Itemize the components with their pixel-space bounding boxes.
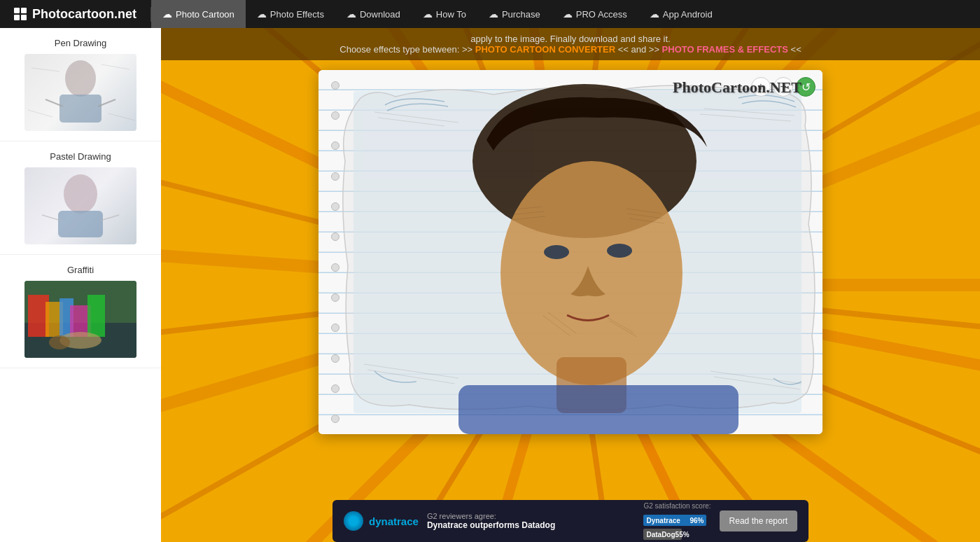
- nav-item-photo-cartoon[interactable]: ☁ Photo Cartoon: [151, 0, 246, 28]
- nav-item-purchase[interactable]: ☁ Purchase: [477, 0, 552, 28]
- svg-rect-1: [59, 95, 102, 123]
- dynatrace-score-value: 96%: [690, 517, 704, 524]
- dynatrace-score-label: Dynatrace: [646, 517, 680, 524]
- image-canvas: + − ↺ PhotoCartoon.N: [318, 70, 822, 434]
- how-to-icon: ☁: [423, 8, 433, 20]
- photo-cartoon-icon: ☁: [162, 8, 172, 20]
- svg-point-50: [500, 161, 682, 385]
- ad-headline: G2 reviewers agree:: [427, 512, 636, 520]
- info-bar: apply to the image. Finally download and…: [161, 28, 980, 60]
- info-text: apply to the image. Finally download and…: [470, 34, 670, 44]
- nav-item-photo-effects[interactable]: ☁ Photo Effects: [246, 0, 335, 28]
- svg-point-54: [607, 244, 632, 258]
- ad-scores: G2 satisfaction score: Dynatrace 96% Dat…: [643, 502, 710, 540]
- logo[interactable]: Photocartoon.net: [0, 7, 151, 22]
- sidebar-item-graffiti[interactable]: Graffiti: [0, 255, 161, 368]
- datadog-score-fill: DataDog 55%: [643, 529, 682, 540]
- effects-end: <<: [791, 44, 802, 55]
- logo-grid-icon: [14, 8, 27, 20]
- pro-access-icon: ☁: [563, 8, 573, 20]
- sidebar-item-pastel-drawing[interactable]: Pastel Drawing: [0, 141, 161, 255]
- svg-point-20: [49, 335, 70, 349]
- photo-effects-icon: ☁: [257, 8, 267, 20]
- dynatrace-score-fill: Dynatrace 96%: [643, 515, 706, 526]
- svg-line-10: [42, 215, 61, 221]
- dynatrace-logo: dynatrace: [344, 511, 419, 531]
- datadog-score-bar: DataDog 55%: [643, 529, 710, 540]
- purchase-icon: ☁: [489, 8, 498, 20]
- datadog-score-value: 55%: [676, 531, 690, 538]
- svg-line-5: [102, 64, 130, 69]
- svg-rect-52: [458, 385, 738, 434]
- main-content: apply to the image. Finally download and…: [161, 28, 980, 542]
- navigation: Photocartoon.net ☁ Photo Cartoon ☁ Photo…: [0, 0, 980, 28]
- app-android-icon: ☁: [650, 8, 659, 20]
- sidebar-item-pen-drawing[interactable]: Pen Drawing: [0, 28, 161, 141]
- svg-point-0: [65, 60, 96, 97]
- effects-option2[interactable]: PHOTO FRAMES & EFFECTS: [662, 44, 788, 55]
- svg-rect-18: [88, 295, 105, 337]
- notebook-paper: PhotoCartoon.NET: [318, 70, 822, 434]
- svg-rect-9: [58, 211, 103, 237]
- pastel-drawing-thumbnail: [24, 167, 136, 244]
- effects-option1[interactable]: PHOTO CARTOON CONVERTER: [475, 44, 615, 55]
- download-icon: ☁: [346, 8, 356, 20]
- datadog-score-label: DataDog: [646, 531, 675, 538]
- effects-sep: << and >>: [618, 44, 662, 55]
- nav-item-how-to[interactable]: ☁ How To: [412, 0, 477, 28]
- pastel-drawing-label: Pastel Drawing: [50, 151, 111, 162]
- ad-banner: dynatrace G2 reviewers agree: Dynatrace …: [332, 500, 808, 542]
- effects-intro: Choose effects type between: >>: [340, 44, 472, 55]
- svg-line-6: [28, 110, 52, 117]
- nav-item-download[interactable]: ☁ Download: [335, 0, 412, 28]
- watermark-suffix: .NET: [766, 78, 802, 96]
- dynatrace-score-bar: Dynatrace 96%: [643, 515, 710, 526]
- graffiti-thumbnail: [24, 281, 136, 358]
- pen-drawing-label: Pen Drawing: [55, 38, 106, 48]
- satisfaction-label: G2 satisfaction score:: [643, 502, 710, 510]
- nav-item-pro-access[interactable]: ☁ PRO Access: [552, 0, 638, 28]
- nav-items: ☁ Photo Cartoon ☁ Photo Effects ☁ Downlo…: [151, 0, 980, 28]
- sketch-portrait-svg: [318, 70, 822, 434]
- svg-point-53: [544, 245, 569, 259]
- watermark: PhotoCartoon.NET: [673, 78, 802, 97]
- read-report-button[interactable]: Read the report: [720, 510, 797, 531]
- watermark-text: PhotoCartoon: [673, 78, 766, 96]
- dynatrace-logo-text: dynatrace: [369, 515, 419, 527]
- svg-line-4: [31, 68, 59, 71]
- sidebar: Pen Drawing: [0, 28, 161, 542]
- ad-text: G2 reviewers agree: Dynatrace outperform…: [427, 512, 636, 530]
- logo-text: Photocartoon.net: [32, 7, 136, 22]
- graffiti-label: Graffiti: [67, 265, 94, 275]
- svg-line-7: [108, 113, 135, 120]
- nav-item-app-android[interactable]: ☁ App Android: [638, 0, 724, 28]
- svg-line-11: [100, 215, 119, 221]
- svg-point-8: [64, 174, 97, 214]
- pen-drawing-thumbnail: [24, 54, 136, 131]
- ad-body: Dynatrace outperforms Datadog: [427, 520, 636, 530]
